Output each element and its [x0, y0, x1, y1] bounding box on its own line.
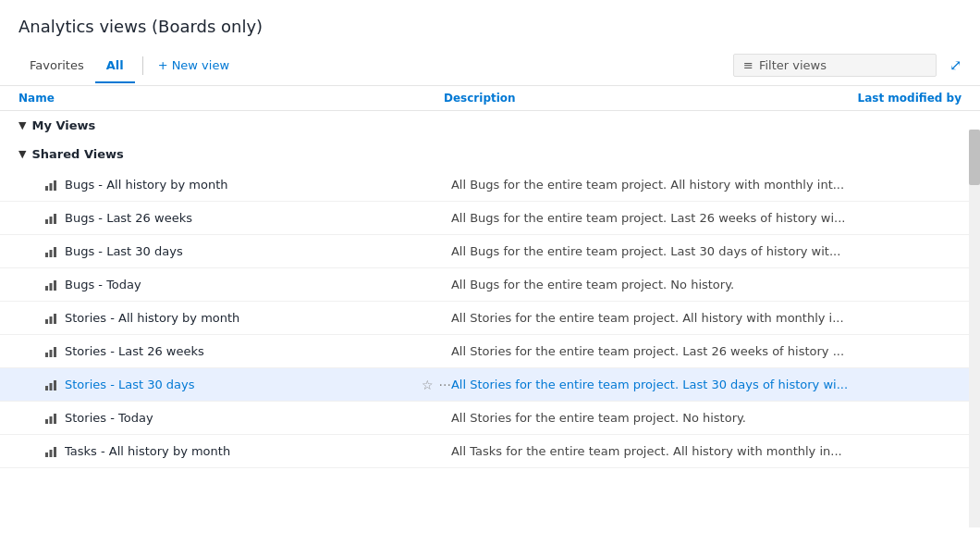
svg-rect-23 — [54, 414, 56, 424]
svg-rect-22 — [50, 416, 53, 424]
svg-rect-5 — [54, 214, 56, 224]
table-row[interactable]: Tasks - All history by month ☆ ··· All T… — [0, 435, 980, 468]
svg-rect-20 — [54, 380, 56, 390]
table-row[interactable]: Bugs - Last 26 weeks ☆ ··· All Bugs for … — [0, 202, 980, 235]
tab-divider — [142, 56, 143, 75]
filter-input-container[interactable]: ≡ Filter views — [733, 54, 937, 77]
section-my-views-label: My Views — [31, 118, 95, 132]
svg-rect-6 — [45, 253, 48, 257]
svg-rect-11 — [54, 280, 56, 291]
analytics-icon — [44, 412, 57, 425]
row-description: All Bugs for the entire team project. No… — [451, 278, 962, 291]
toolbar: Favorites All + New view ≡ Filter views … — [0, 45, 980, 86]
svg-rect-14 — [54, 314, 56, 324]
row-name-cell: Tasks - All history by month — [44, 444, 414, 458]
svg-rect-2 — [54, 180, 56, 191]
row-name-text: Tasks - All history by month — [65, 444, 230, 458]
row-description: All Bugs for the entire team project. La… — [451, 244, 962, 258]
row-name-text: Stories - All history by month — [65, 311, 239, 325]
new-view-label: New view — [172, 58, 229, 72]
row-name-cell: Stories - Today — [44, 411, 414, 425]
svg-rect-25 — [50, 450, 53, 457]
section-shared-views-label: Shared Views — [31, 147, 123, 161]
table-row[interactable]: Stories - Today ☆ ··· All Stories for th… — [0, 402, 980, 435]
svg-rect-7 — [50, 250, 53, 257]
table-row[interactable]: Stories - Last 30 days ☆ ··· All Stories… — [0, 368, 980, 402]
row-name-cell: Bugs - All history by month — [44, 178, 414, 192]
row-description: All Stories for the entire team project.… — [451, 411, 962, 425]
analytics-icon — [44, 378, 57, 391]
row-name-text: Bugs - Last 30 days — [65, 244, 183, 258]
analytics-icon — [44, 245, 57, 258]
filter-area: ≡ Filter views ⤢ — [733, 54, 962, 77]
row-name-cell: Stories - Last 26 weeks — [44, 344, 414, 358]
row-description: All Tasks for the entire team project. A… — [451, 444, 962, 458]
row-name-cell: Bugs - Today — [44, 278, 414, 291]
tab-all[interactable]: All — [95, 49, 135, 83]
row-name-cell: Stories - Last 30 days — [44, 378, 414, 391]
row-name-cell: Stories - All history by month — [44, 311, 414, 325]
row-name-text: Bugs - Last 26 weeks — [65, 211, 192, 225]
section-shared-views[interactable]: ▼ Shared Views — [0, 140, 980, 168]
tab-favorites[interactable]: Favorites — [18, 49, 95, 83]
filter-icon: ≡ — [743, 58, 753, 72]
chevron-down-icon: ▼ — [18, 148, 26, 160]
row-name-cell: Bugs - Last 26 weeks — [44, 211, 414, 225]
row-description: All Stories for the entire team project.… — [451, 344, 962, 358]
svg-rect-13 — [50, 316, 53, 324]
table-row[interactable]: Stories - Last 26 weeks ☆ ··· All Storie… — [0, 335, 980, 368]
row-description: All Stories for the entire team project.… — [451, 311, 962, 325]
table-row[interactable]: Bugs - All history by month ☆ ··· All Bu… — [0, 168, 980, 202]
row-description: All Bugs for the entire team project. La… — [451, 211, 962, 225]
row-name-text: Bugs - All history by month — [65, 178, 228, 192]
scrollbar[interactable] — [969, 130, 980, 527]
svg-rect-8 — [54, 247, 56, 257]
table-row[interactable]: Stories - All history by month ☆ ··· All… — [0, 302, 980, 335]
row-description: All Stories for the entire team project.… — [451, 378, 962, 391]
analytics-icon — [44, 212, 57, 225]
column-description: Description — [444, 92, 814, 105]
scrollbar-thumb — [969, 130, 980, 185]
svg-rect-12 — [45, 319, 48, 324]
expand-icon[interactable]: ⤢ — [949, 56, 962, 74]
svg-rect-9 — [45, 286, 48, 291]
svg-rect-4 — [50, 217, 53, 224]
analytics-icon — [44, 445, 57, 458]
svg-rect-24 — [45, 452, 48, 457]
table-row[interactable]: Bugs - Today ☆ ··· All Bugs for the enti… — [0, 268, 980, 302]
table-row[interactable]: Bugs - Last 30 days ☆ ··· All Bugs for t… — [0, 235, 980, 268]
rows-container: Bugs - All history by month ☆ ··· All Bu… — [0, 168, 980, 468]
analytics-icon — [44, 312, 57, 325]
analytics-icon — [44, 179, 57, 192]
table-header: Name Description Last modified by — [0, 86, 980, 111]
svg-rect-15 — [45, 353, 48, 357]
svg-rect-1 — [50, 183, 53, 191]
filter-placeholder: Filter views — [759, 58, 827, 72]
row-name-text: Stories - Last 30 days — [65, 378, 195, 391]
svg-rect-16 — [50, 350, 53, 357]
row-actions: ☆ ··· — [422, 378, 451, 392]
svg-rect-3 — [45, 219, 48, 224]
row-name-text: Stories - Today — [65, 411, 153, 425]
column-name: Name — [18, 92, 444, 105]
svg-rect-26 — [54, 447, 56, 457]
new-view-button[interactable]: + New view — [151, 53, 237, 78]
more-icon[interactable]: ··· — [439, 378, 451, 392]
plus-icon: + — [158, 58, 168, 72]
svg-rect-17 — [54, 347, 56, 357]
row-name-text: Bugs - Today — [65, 278, 141, 291]
row-name-text: Stories - Last 26 weeks — [65, 344, 204, 358]
analytics-icon — [44, 345, 57, 358]
section-my-views[interactable]: ▼ My Views — [0, 111, 980, 140]
table-body: ▼ My Views ▼ Shared Views Bugs - All his… — [0, 111, 980, 502]
svg-rect-19 — [50, 383, 53, 390]
svg-rect-18 — [45, 386, 48, 390]
analytics-icon — [44, 279, 57, 291]
page-title: Analytics views (Boards only) — [0, 0, 980, 45]
svg-rect-0 — [45, 186, 48, 191]
star-icon[interactable]: ☆ — [422, 378, 434, 392]
column-last-modified: Last modified by — [814, 92, 962, 105]
row-name-cell: Bugs - Last 30 days — [44, 244, 414, 258]
svg-rect-21 — [45, 419, 48, 424]
chevron-down-icon: ▼ — [18, 119, 26, 131]
